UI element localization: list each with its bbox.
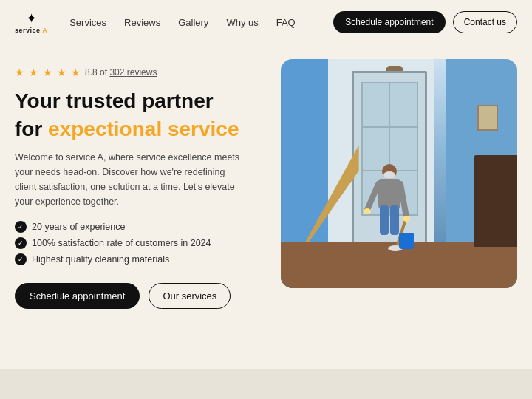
headline-line2: for expectional service xyxy=(15,117,266,142)
check-icon-1: ✓ xyxy=(15,221,27,233)
nav-gallery[interactable]: Gallery xyxy=(178,17,208,28)
star-4: ★ xyxy=(57,66,66,78)
subtext: Welcome to service A, where service exce… xyxy=(15,150,244,209)
svg-rect-8 xyxy=(390,205,399,235)
nav-links: Services Reviews Gallery Why us FAQ xyxy=(69,17,333,28)
headline: Your trusted partner xyxy=(15,89,266,114)
headline-accent: expectional service xyxy=(48,117,239,140)
main-content: ★ ★ ★ ★ ★ 8.8 of 302 reviews Your truste… xyxy=(0,44,532,309)
check-icon-3: ✓ xyxy=(15,253,27,265)
bucket xyxy=(399,233,414,249)
main-schedule-button[interactable]: Schedule appointment xyxy=(15,283,140,309)
star-2: ★ xyxy=(29,66,38,78)
nav-services[interactable]: Services xyxy=(69,17,106,28)
scene xyxy=(281,59,517,288)
logo: ✦ service A xyxy=(15,10,47,34)
headline-for: for xyxy=(15,117,48,140)
svg-rect-2 xyxy=(378,179,400,208)
nav-schedule-button[interactable]: Schedule appointment xyxy=(333,11,445,33)
svg-point-10 xyxy=(403,216,410,222)
logo-text: service A xyxy=(15,27,47,34)
logo-highlight: A xyxy=(42,27,47,34)
our-services-button[interactable]: Our services xyxy=(149,283,231,309)
nav-actions: Schedule appointment Contact us xyxy=(333,11,517,33)
rating-row: ★ ★ ★ ★ ★ 8.8 of 302 reviews xyxy=(15,66,266,78)
svg-line-3 xyxy=(367,184,378,210)
svg-point-1 xyxy=(383,171,395,179)
check-icon-2: ✓ xyxy=(15,237,27,249)
nav-contact-button[interactable]: Contact us xyxy=(453,11,517,33)
cta-row: Schedule appointment Our services xyxy=(15,283,266,309)
star-3: ★ xyxy=(43,66,52,78)
navbar: ✦ service A Services Reviews Gallery Why… xyxy=(0,0,532,44)
nav-reviews[interactable]: Reviews xyxy=(124,17,160,28)
furniture xyxy=(474,155,517,247)
logo-icon: ✦ xyxy=(26,10,37,27)
svg-rect-7 xyxy=(380,205,389,235)
feature-2: ✓ 100% satisfaction rate of customers in… xyxy=(15,237,266,249)
star-5: ★ xyxy=(71,66,81,78)
feature-1: ✓ 20 years of experience xyxy=(15,221,266,233)
star-1: ★ xyxy=(15,66,24,78)
bottom-band xyxy=(0,369,532,399)
review-link[interactable]: 302 reviews xyxy=(109,67,157,78)
feature-3: ✓ Highest quality cleaning materials xyxy=(15,253,266,265)
nav-faq[interactable]: FAQ xyxy=(276,17,296,28)
picture-frame xyxy=(477,105,498,131)
svg-point-9 xyxy=(364,208,371,214)
svg-line-4 xyxy=(400,184,406,217)
rating-text: 8.8 of 302 reviews xyxy=(85,67,157,78)
left-panel: ★ ★ ★ ★ ★ 8.8 of 302 reviews Your truste… xyxy=(15,59,266,309)
hero-image xyxy=(281,59,517,288)
features-list: ✓ 20 years of experience ✓ 100% satisfac… xyxy=(15,221,266,265)
nav-why-us[interactable]: Why us xyxy=(226,17,258,28)
